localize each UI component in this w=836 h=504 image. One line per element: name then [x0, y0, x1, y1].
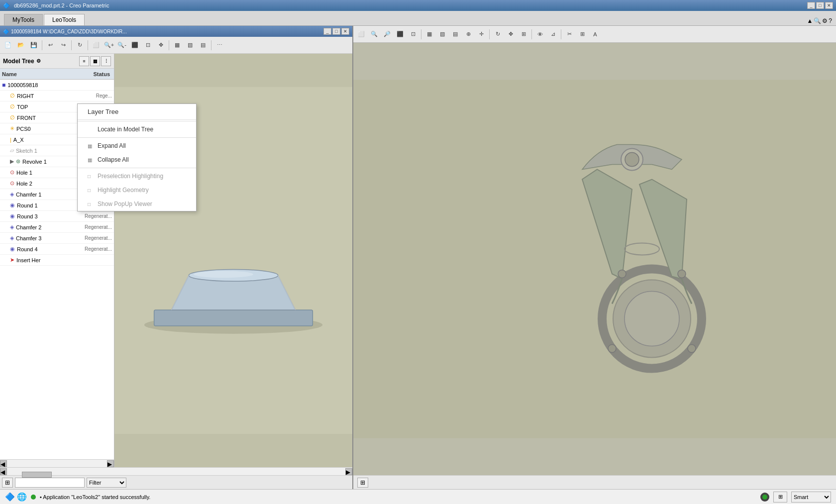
filter-input[interactable] — [15, 478, 85, 488]
reorient-btn[interactable]: ⊿ — [547, 28, 559, 40]
zoom-out-btn[interactable]: 🔍- — [116, 39, 128, 51]
tree-item-round4[interactable]: ◉ Round 4 Regenerat... — [0, 244, 114, 255]
round-icon-r1: ◉ — [10, 202, 15, 208]
left-win-close[interactable]: ✕ — [341, 28, 349, 35]
regen-btn[interactable]: ↻ — [74, 39, 86, 51]
shading-r-btn[interactable]: ▧ — [436, 28, 448, 40]
locate-label: Locate in Model Tree — [98, 126, 153, 133]
scroll-right-btn[interactable]: ▶ — [107, 460, 114, 467]
scroll-thumb[interactable] — [22, 472, 52, 478]
menu-item-expand-all[interactable]: ▦ Expand All — [78, 139, 196, 153]
settings-icon-sm[interactable]: ⚙ — [36, 58, 41, 64]
plane-icon-front: ∅ — [10, 114, 15, 121]
hidden-btn[interactable]: ▦ — [171, 39, 183, 51]
svg-point-4 — [194, 271, 253, 278]
section-btn[interactable]: ✂ — [563, 28, 575, 40]
left-win-restore[interactable]: □ — [332, 28, 340, 35]
spin-btn[interactable]: ↻ — [492, 28, 504, 40]
left-window-titlebar: 🔷 10000598184 W:\DCAG_CAD\ZDD\3D\WORKDIR… — [0, 26, 352, 37]
menu-sep-2 — [78, 137, 196, 138]
menu-item-collapse-all[interactable]: ▦ Collapse All — [78, 153, 196, 167]
restore-button[interactable]: □ — [816, 2, 824, 9]
shading-btn[interactable]: ▧ — [184, 39, 196, 51]
right-viewport[interactable] — [353, 43, 836, 475]
tree-item-round3[interactable]: ◉ Round 3 Regenerat... — [0, 211, 114, 222]
chamfer-icon-c2: ◈ — [10, 224, 14, 230]
window-zoom-btn[interactable]: ⬛ — [129, 39, 141, 51]
more-tools-btn[interactable]: ⋯ — [213, 39, 225, 51]
status-dot-green — [760, 493, 769, 502]
help-icon[interactable]: ? — [829, 17, 832, 24]
open-btn[interactable]: 📂 — [15, 39, 27, 51]
new-btn[interactable]: 📄 — [2, 39, 14, 51]
left-win-minimize[interactable]: _ — [323, 28, 331, 35]
annotation-btn[interactable]: A — [589, 28, 601, 40]
datum-r-btn[interactable]: ⊕ — [462, 28, 474, 40]
zoom-fit-btn[interactable]: ⬜ — [90, 39, 102, 51]
layer-tree-label: Layer Tree — [88, 108, 118, 115]
search-icon[interactable]: 🔍 — [814, 17, 821, 24]
filter-select[interactable]: Filter — [87, 478, 126, 488]
app-title-bar: 🔷 db695286_mod.prt.2 - Creo Parametric _… — [0, 0, 836, 11]
bottom-scrollbar-left[interactable]: ◀ ▶ — [0, 467, 352, 475]
settings-icon[interactable]: ⚙ — [822, 17, 828, 24]
svg-point-10 — [625, 292, 679, 346]
left-pane: 🔷 10000598184 W:\DCAG_CAD\ZDD\3D\WORKDIR… — [0, 26, 353, 489]
chevron-up-icon[interactable]: ▲ — [807, 17, 813, 24]
mt-btn-1[interactable]: ≡ — [79, 56, 89, 66]
zoom-in-r-btn[interactable]: 🔍 — [368, 28, 380, 40]
pane-split-btn[interactable]: ⊞ — [2, 478, 13, 488]
wireframe-r-btn[interactable]: ▤ — [449, 28, 461, 40]
sketch-icon-s1: ▱ — [10, 147, 14, 154]
tab-mytools[interactable]: MyTools — [4, 14, 43, 25]
named-view-btn[interactable]: 👁 — [534, 28, 546, 40]
undo-btn[interactable]: ↩ — [44, 39, 56, 51]
smart-select[interactable]: Smart — [791, 492, 831, 503]
record-btn[interactable]: ⊞ — [773, 492, 787, 503]
mt-btn-2[interactable]: ▦ — [90, 56, 100, 66]
menu-item-preselection[interactable]: □ Preselection Highlighting — [78, 169, 196, 183]
save-btn[interactable]: 💾 — [28, 39, 40, 51]
hidden-r-btn[interactable]: ▦ — [423, 28, 435, 40]
refit-r-btn[interactable]: ⊡ — [407, 28, 419, 40]
item-name-round1: Round 1 — [17, 202, 83, 208]
menu-item-layer-tree[interactable]: Layer Tree — [78, 104, 196, 120]
redo-btn[interactable]: ↪ — [57, 39, 69, 51]
menu-item-popup[interactable]: □ Show PopUp Viewer — [78, 197, 196, 211]
menu-item-locate[interactable]: Locate in Model Tree — [78, 122, 196, 136]
expand-check: ▦ — [88, 143, 96, 149]
item-name-part: 1000059818 — [7, 82, 112, 88]
wireframe-btn[interactable]: ▤ — [197, 39, 209, 51]
close-button[interactable]: ✕ — [825, 2, 833, 9]
window-r-btn[interactable]: ⬛ — [394, 28, 406, 40]
tree-item-right[interactable]: ∅ RIGHT Rege... — [0, 91, 114, 101]
refit-btn[interactable]: ⊡ — [142, 39, 154, 51]
scroll-left-btn[interactable]: ◀ — [0, 460, 7, 467]
zoom-out-r-btn[interactable]: 🔎 — [381, 28, 393, 40]
pan-btn[interactable]: ✥ — [155, 39, 167, 51]
minimize-button[interactable]: _ — [807, 2, 815, 9]
item-status-round3: Regenerat... — [85, 213, 112, 219]
zoom-in-btn[interactable]: 🔍+ — [103, 39, 115, 51]
svg-point-16 — [608, 345, 616, 353]
pan-r-btn[interactable]: ✥ — [505, 28, 517, 40]
tree-item-chamfer3[interactable]: ◈ Chamfer 3 Regenerat... — [0, 233, 114, 244]
tree-item-chamfer2[interactable]: ◈ Chamfer 2 Regenerat... — [0, 222, 114, 233]
menu-item-highlight[interactable]: □ Highlight Geometry — [78, 183, 196, 197]
tree-item-insert[interactable]: ➤ Insert Her — [0, 255, 114, 266]
zoom-scroll-btn[interactable]: ⊞ — [518, 28, 529, 40]
pane-icon-right[interactable]: ⊞ — [357, 478, 368, 488]
bottom-scroll-left[interactable]: ◀ — [0, 468, 7, 475]
chamfer-icon-c1: ◈ — [10, 191, 14, 198]
svg-point-15 — [678, 270, 686, 278]
plane-icon-right: ∅ — [10, 93, 15, 99]
axis-icon-ax: | — [10, 137, 11, 143]
bottom-scroll-right[interactable]: ▶ — [345, 468, 352, 475]
tree-item-part[interactable]: ■ 1000059818 — [0, 80, 114, 91]
mt-btn-3[interactable]: ⋮ — [101, 56, 111, 66]
h-scrollbar[interactable]: ◀ ▶ — [0, 459, 114, 467]
tab-leotools[interactable]: LeoTools — [44, 14, 85, 25]
zoom-fit-r-btn[interactable]: ⬜ — [355, 28, 367, 40]
axes-r-btn[interactable]: ✛ — [475, 28, 487, 40]
explode-btn[interactable]: ⊞ — [576, 28, 588, 40]
